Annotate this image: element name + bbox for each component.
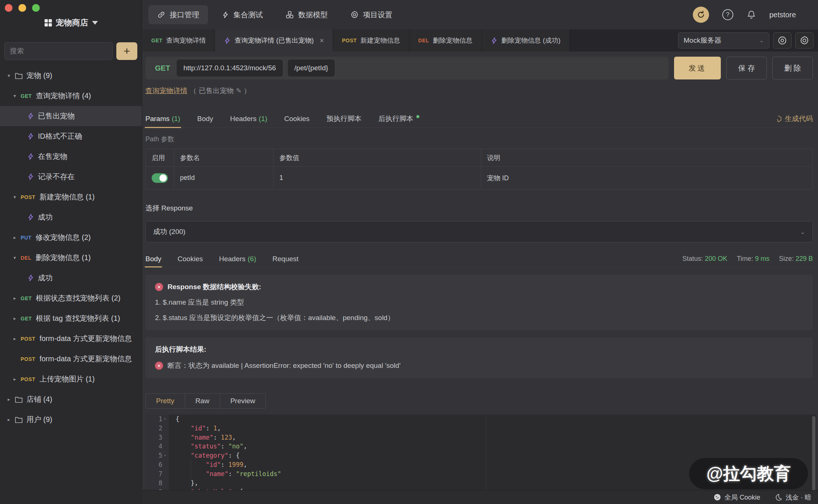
nav-item-数据模型[interactable]: 数据模型 [277,5,336,24]
close-icon[interactable]: × [320,36,324,45]
response-tab-Cookies[interactable]: Cookies [177,251,203,267]
nav-item-接口管理[interactable]: 接口管理 [148,5,208,24]
close-window-button[interactable] [5,4,13,12]
column-header: 启用 [146,149,174,167]
tree-item[interactable]: ▸GET根据 tag 查找宠物列表 (1) [0,308,142,329]
refresh-button[interactable] [693,7,709,23]
response-tab-Body[interactable]: Body [145,251,161,267]
tree-item[interactable]: ID格式不正确 [0,126,142,146]
enabled-toggle[interactable] [152,173,168,183]
scrollbar-thumb[interactable] [812,416,815,490]
param-name-cell[interactable]: petId [174,167,274,189]
search-input[interactable] [4,42,113,60]
caret-closed-icon[interactable]: ▸ [6,397,12,402]
param-value-cell[interactable]: 1 [274,167,481,189]
tree-item[interactable]: 在售宠物 [0,146,142,167]
method-badge: POST [21,336,35,342]
user-menu[interactable]: petstore [769,11,796,19]
watermark-text: @拉勾教育 [706,462,791,485]
error-icon: ✕ [155,362,163,370]
path-field[interactable]: /pet/{petId} [288,60,335,77]
tree-item[interactable]: 记录不存在 [0,167,142,187]
request-tab-Headers[interactable]: Headers(1) [230,110,267,128]
delete-button[interactable]: 删 除 [772,57,813,79]
base-url-field[interactable]: http://127.0.0.1:4523/mock/56 [177,60,282,77]
preview-button[interactable] [773,32,791,49]
mock-server-select[interactable]: Mock服务器 ⌄ [678,32,769,49]
caret-closed-icon[interactable]: ▸ [12,316,18,321]
fold-caret-icon[interactable]: ▾ [164,487,166,490]
caret-closed-icon[interactable]: ▸ [12,235,18,240]
tree-item[interactable]: ▾GET查询宠物详情 (4) [0,86,142,106]
response-tab-Request[interactable]: Request [272,251,299,267]
tree-item[interactable]: ▸POST上传宠物图片 (1) [0,369,142,389]
request-tab-预执行脚本[interactable]: 预执行脚本 [327,110,362,128]
caret-closed-icon[interactable]: ▸ [6,417,12,422]
request-tab-Body[interactable]: Body [197,110,213,128]
generate-code-button[interactable]: 生成代码 [775,114,813,124]
caret-closed-icon[interactable]: ▸ [12,376,18,382]
tree-item[interactable]: ▾DEL删除宠物信息 (1) [0,248,142,268]
tree-item[interactable]: ▸店铺 (4) [0,389,142,409]
view-button-preview[interactable]: Preview [220,393,266,409]
caret-open-icon[interactable]: ▾ [6,73,12,78]
caret-closed-icon[interactable]: ▸ [12,295,18,301]
params-table: 启用参数名参数值说明 petId1宠物 ID [145,149,813,189]
response-tab-Headers[interactable]: Headers(6) [219,251,256,267]
help-button[interactable]: ? [722,9,733,20]
bolt-icon [491,37,498,45]
tree-item[interactable]: ▸POSTform-data 方式更新宠物信息 [0,329,142,349]
tree-item[interactable]: ▾宠物 (9) [0,65,142,86]
document-tab[interactable]: 删除宠物信息 (成功) [482,29,570,52]
response-select[interactable]: 成功 (200) ⌄ [145,221,813,242]
global-cookie-button[interactable]: 全局 Cookie [713,493,760,502]
tree-item[interactable]: POSTform-data 方式更新宠物信息 [0,349,142,369]
caret-open-icon[interactable]: ▾ [12,194,18,200]
add-api-button[interactable]: + [116,42,137,60]
chevron-down-icon [92,21,98,25]
tree-item-label: 查询宠物详情 (4) [36,91,91,101]
nav-item-集合测试[interactable]: 集合测试 [213,5,272,24]
tree-item[interactable]: ▾POST新建宠物信息 (1) [0,187,142,207]
tree-item[interactable]: 成功 [0,268,142,288]
request-tab-Cookies[interactable]: Cookies [284,110,310,128]
caret-open-icon[interactable]: ▾ [12,93,18,99]
breadcrumb-api-link[interactable]: 查询宠物详情 [145,86,187,96]
code-token: : [221,443,228,450]
nav-item-项目设置[interactable]: 项目设置 [342,5,401,24]
global-cookie-label: 全局 Cookie [724,493,760,502]
theme-switch[interactable]: 浅金 · 暗 [775,493,811,502]
edit-icon[interactable]: ✎ [236,87,241,95]
api-tree: ▾宠物 (9)▾GET查询宠物详情 (4)已售出宠物ID格式不正确在售宠物记录不… [0,65,142,430]
document-tab[interactable]: DEL删除宠物信息 [409,29,482,52]
document-tab[interactable]: GET查询宠物详情 [142,29,215,52]
tree-item[interactable]: ▸GET根据状态查找宠物列表 (2) [0,288,142,308]
breadcrumb: 查询宠物详情 （ 已售出宠物 ✎ ） [145,86,813,96]
settings-button[interactable] [795,32,814,49]
minimize-window-button[interactable] [18,4,26,12]
fold-caret-icon[interactable]: ▾ [164,451,166,460]
project-switcher[interactable]: 宠物商店 [0,17,142,29]
view-button-raw[interactable]: Raw [185,393,220,409]
view-button-pretty[interactable]: Pretty [145,393,185,409]
code-token: : [228,470,236,478]
tree-item[interactable]: ▸PUT修改宠物信息 (2) [0,227,142,248]
tree-item[interactable]: 成功 [0,207,142,227]
document-tab[interactable]: 查询宠物详情 (已售出宠物)× [215,29,333,52]
code-token [176,425,191,432]
request-tab-Params[interactable]: Params(1) [145,110,180,128]
tree-item[interactable]: 已售出宠物 [0,106,142,126]
caret-open-icon[interactable]: ▾ [12,255,18,260]
zoom-window-button[interactable] [32,4,40,12]
caret-closed-icon[interactable]: ▸ [12,336,18,341]
fold-caret-icon[interactable]: ▾ [164,415,166,424]
method-badge: GET [151,38,162,43]
request-tab-后执行脚本[interactable]: 后执行脚本 [378,110,419,128]
tree-item[interactable]: ▸用户 (9) [0,409,142,430]
save-button[interactable]: 保 存 [726,57,767,79]
notifications-button[interactable] [747,10,756,19]
param-desc-cell[interactable]: 宠物 ID [481,167,813,189]
method-label[interactable]: GET [148,64,177,72]
document-tab[interactable]: POST新建宠物信息 [333,29,409,52]
send-button[interactable]: 发送 [674,57,721,79]
